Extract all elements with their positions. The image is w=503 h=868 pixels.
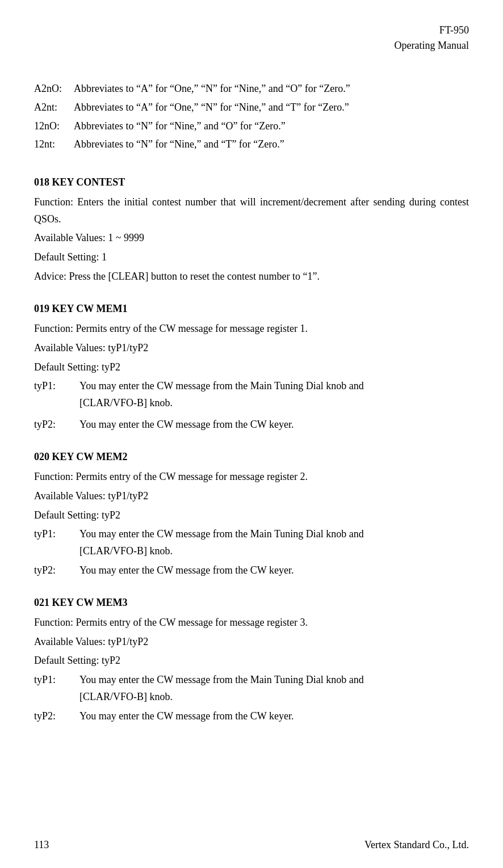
section-020-title: 020 KEY CW MEM2 xyxy=(34,449,469,465)
s020-typ2-label: tyP2: xyxy=(34,562,79,579)
section-019-title: 019 KEY CW MEM1 xyxy=(34,301,469,317)
abbrev-term-12no: 12nO: xyxy=(34,118,74,134)
section-019-typ1: tyP1: You may enter the CW message from … xyxy=(34,378,469,414)
page-header: FT-950 Operating Manual xyxy=(34,23,469,53)
company-name: Vertex Standard Co., Ltd. xyxy=(364,839,469,851)
page-footer: 113 Vertex Standard Co., Ltd. xyxy=(0,839,503,851)
s021-typ2-label: tyP2: xyxy=(34,708,79,725)
s020-typ1-content: You may enter the CW message from the Ma… xyxy=(79,526,469,559)
section-018-function: Function: Enters the initial contest num… xyxy=(34,194,469,227)
section-019-typ2: tyP2: You may enter the CW message from … xyxy=(34,416,469,433)
s020-typ2-content: You may enter the CW message from the CW… xyxy=(79,562,469,579)
typ2-content: You may enter the CW message from the CW… xyxy=(79,416,469,433)
manual-title: Operating Manual xyxy=(395,40,469,51)
section-021-title: 021 KEY CW MEM3 xyxy=(34,595,469,611)
section-019: 019 KEY CW MEM1 Function: Permits entry … xyxy=(34,301,469,433)
abbrev-term-12nt: 12nt: xyxy=(34,136,74,153)
section-021-available: Available Values: tyP1/tyP2 xyxy=(34,634,469,651)
page: FT-950 Operating Manual A2nO: Abbreviate… xyxy=(0,0,503,868)
abbrev-def-a2nt: Abbreviates to “A” for “One,” “N” for “N… xyxy=(74,99,469,116)
abbrev-term-a2nt: A2nt: xyxy=(34,99,74,116)
section-021-function: Function: Permits entry of the CW messag… xyxy=(34,614,469,631)
section-019-available: Available Values: tyP1/tyP2 xyxy=(34,340,469,357)
section-020-available: Available Values: tyP1/tyP2 xyxy=(34,488,469,505)
product-name: FT-950 xyxy=(439,24,469,36)
section-019-function: Function: Permits entry of the CW messag… xyxy=(34,321,469,338)
typ2-label: tyP2: xyxy=(34,416,79,433)
header-title: FT-950 Operating Manual xyxy=(34,23,469,53)
section-020-function: Function: Permits entry of the CW messag… xyxy=(34,469,469,486)
section-018: 018 KEY CONTEST Function: Enters the ini… xyxy=(34,174,469,285)
page-number: 113 xyxy=(34,839,49,851)
s021-typ1-label: tyP1: xyxy=(34,672,79,705)
section-018-available: Available Values: 1 ~ 9999 xyxy=(34,230,469,247)
section-021-body: Function: Permits entry of the CW messag… xyxy=(34,614,469,724)
section-019-body: Function: Permits entry of the CW messag… xyxy=(34,321,469,433)
section-018-title: 018 KEY CONTEST xyxy=(34,174,469,191)
abbrev-row-a2no: A2nO: Abbreviates to “A” for “One,” “N” … xyxy=(34,81,469,97)
s021-typ1-content: You may enter the CW message from the Ma… xyxy=(79,672,469,705)
section-021: 021 KEY CW MEM3 Function: Permits entry … xyxy=(34,595,469,724)
section-019-default: Default Setting: tyP2 xyxy=(34,359,469,376)
section-021-typ1: tyP1: You may enter the CW message from … xyxy=(34,672,469,705)
typ1-label: tyP1: xyxy=(34,378,79,414)
section-021-default: Default Setting: tyP2 xyxy=(34,652,469,669)
typ1-line1: You may enter the CW message from the Ma… xyxy=(79,380,364,391)
s021-typ1-line1: You may enter the CW message from the Ma… xyxy=(79,674,364,685)
section-020-typ1: tyP1: You may enter the CW message from … xyxy=(34,526,469,559)
s020-typ1-line2: [CLAR/VFO-B] knob. xyxy=(79,543,469,560)
abbrev-term-a2no: A2nO: xyxy=(34,81,74,97)
abbrev-def-12no: Abbreviates to “N” for “Nine,” and “O” f… xyxy=(74,118,469,134)
abbrev-def-12nt: Abbreviates to “N” for “Nine,” and “T” f… xyxy=(74,136,469,153)
section-020-default: Default Setting: tyP2 xyxy=(34,507,469,524)
abbrev-row-12nt: 12nt: Abbreviates to “N” for “Nine,” and… xyxy=(34,136,469,153)
typ1-content: You may enter the CW message from the Ma… xyxy=(79,378,469,414)
abbrev-row-12no: 12nO: Abbreviates to “N” for “Nine,” and… xyxy=(34,118,469,134)
abbrev-def-a2no: Abbreviates to “A” for “One,” “N” for “N… xyxy=(74,81,469,97)
typ1-line2: [CLAR/VFO-B] knob. xyxy=(79,395,469,412)
section-020-typ2: tyP2: You may enter the CW message from … xyxy=(34,562,469,579)
s020-typ1-line1: You may enter the CW message from the Ma… xyxy=(79,528,364,540)
s021-typ1-line2: [CLAR/VFO-B] knob. xyxy=(79,689,469,706)
s021-typ2-content: You may enter the CW message from the CW… xyxy=(79,708,469,725)
s020-typ1-label: tyP1: xyxy=(34,526,79,559)
abbrev-row-a2nt: A2nt: Abbreviates to “A” for “One,” “N” … xyxy=(34,99,469,116)
section-018-body: Function: Enters the initial contest num… xyxy=(34,194,469,285)
section-021-typ2: tyP2: You may enter the CW message from … xyxy=(34,708,469,725)
abbreviations-section: A2nO: Abbreviates to “A” for “One,” “N” … xyxy=(34,81,469,153)
section-020-body: Function: Permits entry of the CW messag… xyxy=(34,469,469,579)
section-020: 020 KEY CW MEM2 Function: Permits entry … xyxy=(34,449,469,579)
section-018-advice: Advice: Press the [CLEAR] button to rese… xyxy=(34,268,469,285)
section-018-default: Default Setting: 1 xyxy=(34,249,469,266)
